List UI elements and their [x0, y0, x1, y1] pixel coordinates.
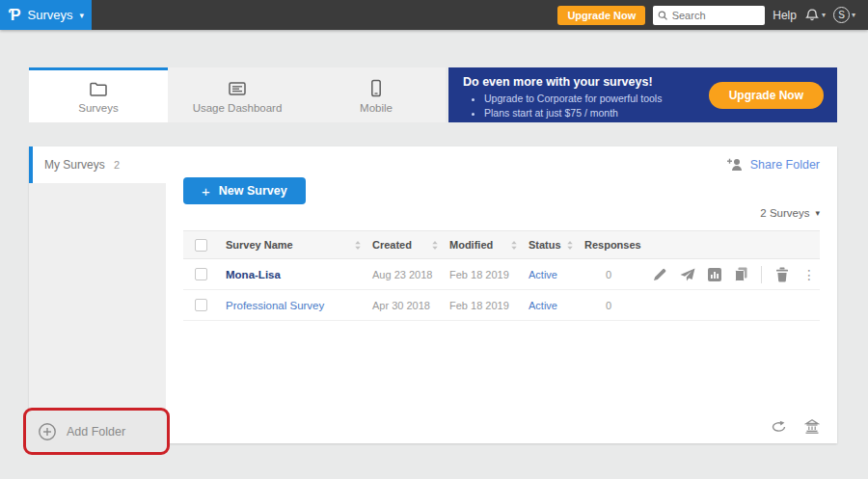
column-label: Created	[372, 239, 412, 251]
folder-icon	[89, 80, 108, 97]
survey-name-link[interactable]: Professional Survey	[220, 300, 366, 311]
sort-icon	[355, 241, 361, 250]
tab-surveys[interactable]: Surveys	[29, 67, 168, 122]
tab-usage-dashboard[interactable]: Usage Dashboard	[168, 67, 307, 122]
status-badge: Active	[523, 300, 579, 311]
topbar: Ƥ Surveys ▾ Upgrade Now Help ▾ S ▾	[0, 0, 868, 30]
mobile-icon	[366, 79, 386, 97]
modified-date: Feb 18 2019	[444, 300, 523, 311]
surveys-table: Survey Name Created Modified Status Resp…	[183, 230, 820, 321]
product-menu[interactable]: Ƥ Surveys ▾	[0, 0, 92, 30]
chevron-down-icon: ▾	[815, 208, 820, 218]
promo-banner: Do even more with your surveys! Upgrade …	[448, 67, 837, 122]
share-folder-label: Share Folder	[750, 158, 820, 172]
panel-footer-icons	[771, 418, 820, 434]
sidebar-item-my-surveys[interactable]: My Surveys 2	[29, 146, 166, 183]
column-label: Responses	[584, 239, 641, 251]
new-survey-label: New Survey	[219, 184, 287, 198]
proprofs-logo-icon: Ƥ	[9, 8, 21, 23]
column-label: Status	[529, 239, 561, 251]
topbar-right: Upgrade Now Help ▾ S ▾	[557, 6, 868, 25]
chevron-down-icon: ▾	[852, 11, 855, 19]
search-icon	[658, 10, 667, 21]
column-status[interactable]: Status	[523, 239, 579, 251]
plus-icon: +	[202, 183, 210, 200]
sort-icon	[511, 241, 517, 250]
row-checkbox[interactable]	[195, 268, 207, 280]
surveys-panel: My Surveys 2 Share Folder + New Survey 2…	[29, 146, 837, 443]
upgrade-now-button[interactable]: Upgrade Now	[557, 6, 645, 25]
bell-icon	[804, 8, 820, 23]
tab-label: Mobile	[360, 102, 393, 114]
annotation-highlight: Add Folder	[23, 408, 170, 455]
edit-icon[interactable]	[653, 267, 667, 281]
new-survey-button[interactable]: + New Survey	[183, 177, 306, 204]
add-folder-label: Add Folder	[67, 425, 125, 439]
folder-count: 2	[114, 159, 120, 171]
more-options-icon[interactable]: ⋮	[802, 268, 816, 281]
trash-bin-icon[interactable]	[804, 418, 820, 434]
table-row: Professional Survey Apr 30 2018 Feb 18 2…	[183, 290, 820, 321]
sort-icon	[432, 241, 438, 250]
delete-icon[interactable]	[774, 267, 790, 282]
chevron-down-icon: ▾	[822, 11, 826, 19]
surveys-count-dropdown[interactable]: 2 Surveys ▾	[760, 207, 820, 219]
row-checkbox[interactable]	[195, 299, 207, 311]
surveys-content: Share Folder + New Survey 2 Surveys ▾ Su…	[166, 146, 837, 443]
column-created[interactable]: Created	[366, 239, 444, 251]
share-folder-link[interactable]: Share Folder	[726, 158, 820, 172]
responses-count: 0	[579, 300, 638, 311]
column-label: Modified	[449, 239, 493, 251]
column-label: Survey Name	[226, 239, 293, 251]
restore-icon[interactable]	[771, 420, 787, 433]
select-all-checkbox[interactable]	[195, 239, 207, 252]
product-name: Surveys	[28, 8, 73, 22]
upgrade-now-pill-button[interactable]: Upgrade Now	[709, 82, 824, 109]
created-date: Aug 23 2018	[366, 269, 444, 280]
dashboard-icon	[228, 80, 247, 97]
divider	[761, 266, 762, 283]
status-badge: Active	[523, 269, 579, 280]
modified-date: Feb 18 2019	[444, 269, 523, 280]
account-menu[interactable]: S ▾	[833, 7, 855, 23]
surveys-count-label: 2 Surveys	[760, 207, 809, 219]
send-icon[interactable]	[680, 268, 695, 281]
column-modified[interactable]: Modified	[444, 239, 523, 251]
add-folder-button[interactable]: Add Folder	[26, 411, 167, 452]
row-actions: ⋮	[638, 266, 820, 283]
created-date: Apr 30 2018	[366, 300, 444, 311]
tab-strip: Surveys Usage Dashboard Mobile	[29, 67, 446, 122]
help-link[interactable]: Help	[773, 9, 797, 22]
tab-label: Surveys	[78, 102, 119, 114]
search-input[interactable]	[672, 10, 761, 21]
table-header: Survey Name Created Modified Status Resp…	[183, 230, 820, 259]
search-box[interactable]	[653, 6, 765, 25]
column-responses[interactable]: Responses	[579, 239, 638, 251]
sort-icon	[567, 241, 573, 250]
tab-label: Usage Dashboard	[193, 102, 283, 114]
notifications-button[interactable]: ▾	[804, 8, 826, 23]
table-row: Mona-Lisa Aug 23 2018 Feb 18 2019 Active…	[183, 259, 820, 290]
folders-sidebar: My Surveys 2	[29, 146, 166, 443]
duplicate-icon[interactable]	[734, 267, 748, 281]
chevron-down-icon: ▾	[79, 11, 84, 20]
reports-icon[interactable]	[708, 268, 721, 281]
column-survey-name[interactable]: Survey Name	[220, 239, 366, 251]
survey-name-link[interactable]: Mona-Lisa	[220, 269, 366, 280]
person-plus-icon	[726, 158, 743, 172]
tab-mobile[interactable]: Mobile	[307, 67, 446, 122]
avatar: S	[833, 7, 850, 23]
responses-count: 0	[579, 269, 638, 280]
folder-label: My Surveys	[44, 158, 105, 172]
plus-circle-icon	[38, 422, 57, 441]
